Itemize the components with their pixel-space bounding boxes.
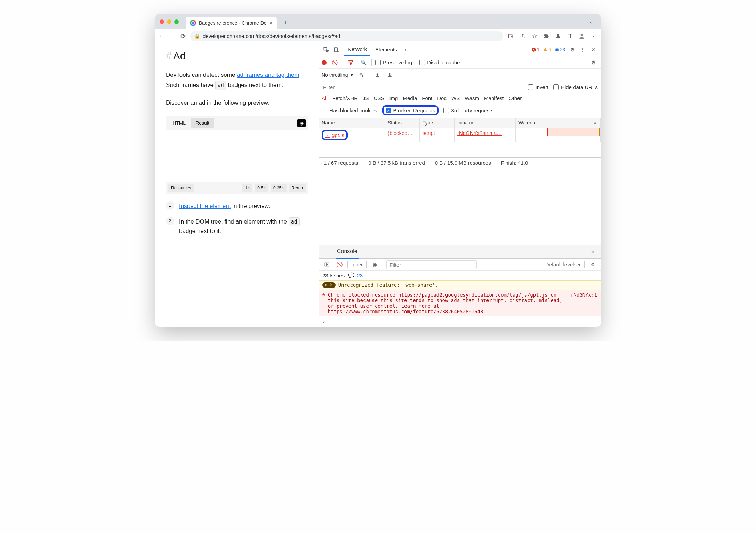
third-party-checkbox[interactable]: 3rd-party requests [443, 107, 493, 113]
type-js[interactable]: JS [363, 95, 369, 101]
back-button[interactable]: ← [159, 32, 165, 40]
type-all[interactable]: All [322, 95, 328, 101]
codepen-tab-result[interactable]: Result [191, 118, 214, 128]
preserve-log-checkbox[interactable]: Preserve log [375, 59, 412, 65]
hide-data-urls-checkbox[interactable]: Hide data URLs [553, 84, 598, 90]
type-font[interactable]: Font [422, 95, 432, 101]
close-window-button[interactable] [160, 19, 164, 24]
minimize-window-button[interactable] [167, 19, 171, 24]
page-heading: #Ad [166, 50, 308, 62]
bookmark-icon[interactable]: ☆ [531, 33, 538, 40]
devtools-menu-icon[interactable]: ⋮ [578, 45, 587, 54]
type-ws[interactable]: WS [451, 95, 460, 101]
profile-icon[interactable] [578, 33, 585, 40]
console-filter-input[interactable] [386, 260, 477, 269]
close-tab-icon[interactable]: × [270, 20, 273, 26]
console-menu-icon[interactable]: ⋮ [322, 248, 331, 257]
network-row-gpt[interactable]: ▫gpt.js (blocked… script rNdGNYx?anima… [319, 128, 601, 142]
type-wasm[interactable]: Wasm [465, 95, 479, 101]
new-tab-button[interactable]: + [281, 18, 291, 28]
download-har-icon[interactable] [385, 71, 394, 80]
network-conditions-icon[interactable] [356, 71, 365, 80]
type-css[interactable]: CSS [374, 95, 385, 101]
type-doc[interactable]: Doc [437, 95, 447, 101]
console-clear-icon[interactable]: 🚫 [335, 260, 344, 269]
tab-title: Badges reference - Chrome De [199, 20, 267, 26]
more-tabs-icon[interactable]: » [402, 45, 411, 54]
omnibox[interactable]: 🔒 developer.chrome.com/docs/devtools/ele… [190, 31, 503, 41]
upload-har-icon[interactable] [373, 71, 382, 80]
disable-cache-checkbox[interactable]: Disable cache [419, 59, 460, 65]
tabs-chevron-icon[interactable]: ⌵ [590, 18, 594, 25]
error-source-link[interactable]: rNdGNYx:1 [571, 292, 597, 314]
sidepanel-icon[interactable] [566, 33, 573, 40]
throttling-select[interactable]: No throttling ▾ [322, 72, 353, 78]
warning-count-badge[interactable]: 6 [541, 46, 552, 53]
search-icon[interactable]: 🔍 [359, 58, 368, 67]
waterfall-bar [547, 128, 600, 136]
network-filter-input[interactable] [322, 83, 523, 91]
reload-button[interactable]: ⟳ [180, 32, 186, 40]
console-sidebar-icon[interactable] [322, 260, 331, 269]
blocked-cookies-checkbox[interactable]: Has blocked cookies [322, 107, 377, 113]
share-icon[interactable] [519, 33, 526, 40]
blocked-requests-checkbox[interactable]: ✓Blocked Requests [386, 107, 435, 113]
codepen-tab-html[interactable]: HTML [168, 118, 190, 128]
menu-icon[interactable]: ⋮ [590, 33, 597, 40]
codepen-zoom-05x[interactable]: 0.5× [255, 184, 268, 192]
record-button[interactable] [322, 60, 327, 65]
maximize-window-button[interactable] [174, 19, 179, 24]
log-levels-select[interactable]: Default levels ▾ [545, 261, 581, 268]
learn-more-link[interactable]: https://www.chromestatus.com/feature/573… [328, 309, 483, 314]
console-gear-icon[interactable]: ⚙ [588, 260, 597, 269]
codepen-rerun-button[interactable]: Rerun [289, 184, 306, 192]
console-prompt[interactable]: › [319, 316, 601, 327]
settings-gear-icon[interactable]: ⚙ [568, 45, 577, 54]
console-context-select[interactable]: top ▾ [351, 261, 363, 268]
translate-icon[interactable] [507, 33, 514, 40]
type-media[interactable]: Media [403, 95, 417, 101]
issues-row[interactable]: 23 Issues: 💬23 [319, 271, 601, 280]
error-count-badge[interactable]: 1 [530, 46, 541, 53]
col-name[interactable]: Name [319, 118, 385, 128]
info-count-badge[interactable]: 23 [553, 46, 566, 53]
labs-icon[interactable] [555, 33, 562, 40]
devtools-tab-network[interactable]: Network [344, 43, 370, 56]
filter-funnel-icon[interactable] [346, 58, 355, 67]
console-tab[interactable]: Console [336, 245, 359, 259]
invert-checkbox[interactable]: Invert [528, 84, 549, 90]
ad-frames-link[interactable]: ad frames and tag them [237, 72, 299, 78]
live-expression-icon[interactable]: ◉ [370, 260, 379, 269]
resources-size: 0 B / 15.0 MB resources [430, 160, 496, 166]
devtools-close-icon[interactable]: ✕ [589, 45, 598, 54]
type-img[interactable]: Img [389, 95, 398, 101]
codepen-zoom-1x[interactable]: 1× [242, 184, 253, 192]
device-toggle-icon[interactable] [332, 45, 341, 54]
type-other[interactable]: Other [509, 95, 522, 101]
col-type[interactable]: Type [420, 118, 455, 128]
warning-expand-icon[interactable]: ▸ 5 [322, 282, 336, 288]
devtools-tab-elements[interactable]: Elements [372, 43, 401, 56]
console-close-icon[interactable]: ✕ [588, 248, 597, 257]
browser-tab[interactable]: Badges reference - Chrome De × [186, 17, 277, 29]
console-warning-row[interactable]: ▸ 5 Unrecognized feature: 'web-share'. [319, 280, 601, 290]
type-fetch[interactable]: Fetch/XHR [332, 95, 358, 101]
clear-icon[interactable]: 🚫 [330, 58, 339, 67]
col-status[interactable]: Status [385, 118, 420, 128]
type-manifest[interactable]: Manifest [484, 95, 504, 101]
inspect-element-icon[interactable] [322, 45, 331, 54]
svg-rect-11 [325, 263, 329, 266]
network-toolbar: 🚫 🔍 Preserve log Disable cache ⚙ [319, 56, 601, 69]
codepen-resources-button[interactable]: Resources [168, 184, 194, 192]
inspect-link[interactable]: Inspect the element [179, 203, 231, 209]
lock-icon: 🔒 [194, 33, 200, 39]
blocked-url-link[interactable]: https://pagead2.googlesyndication.com/ta… [398, 292, 548, 298]
col-initiator[interactable]: Initiator [455, 118, 516, 128]
extensions-icon[interactable] [543, 33, 550, 40]
console-error-row[interactable]: ⊗ Chrome blocked resource https://pagead… [319, 290, 601, 316]
forward-button[interactable]: → [169, 32, 176, 40]
network-settings-gear-icon[interactable]: ⚙ [589, 58, 598, 67]
codepen-zoom-025x[interactable]: 0.25× [271, 184, 287, 192]
col-waterfall[interactable]: Waterfall▲ [516, 118, 601, 128]
codepen-logo-icon[interactable]: ◈ [297, 119, 306, 127]
